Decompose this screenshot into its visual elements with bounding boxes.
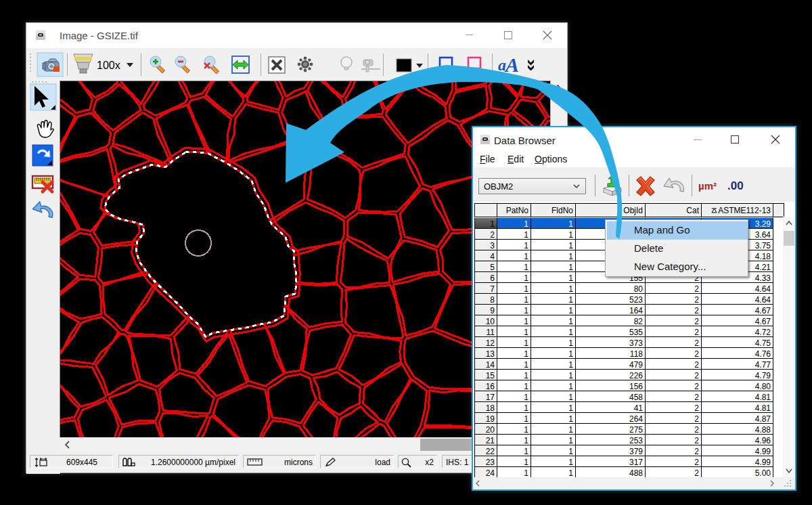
svg-text:A: A [504,53,519,76]
svg-text:100x: 100x [97,60,120,71]
